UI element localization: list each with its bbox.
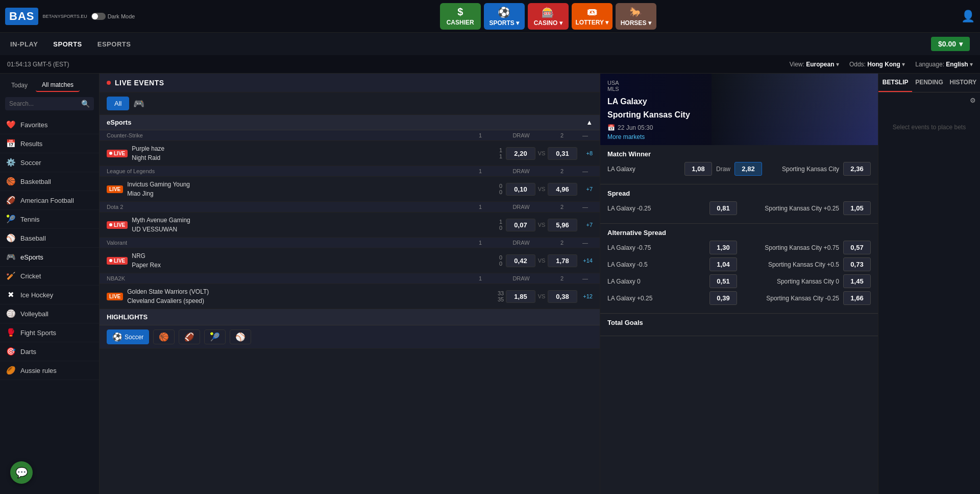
live-circle (109, 152, 112, 155)
spread-odds2[interactable]: 1,05 (843, 201, 871, 215)
sports-button[interactable]: ⚽ SPORTS ▾ (484, 3, 525, 30)
nba2k-collapse[interactable]: — (582, 275, 593, 281)
all-matches-tab[interactable]: All matches (36, 79, 80, 92)
odds-btn-dota1-2[interactable]: 5,96 (548, 219, 577, 231)
sidebar-item-aussie-rules[interactable]: 🏉 Aussie rules (0, 361, 99, 380)
filter-all[interactable]: All (107, 97, 129, 110)
alt1-odds2[interactable]: 0,57 (843, 241, 871, 254)
betslip-panel: BETSLIP PENDING HISTORY ⚙ Select events … (878, 74, 980, 494)
dota2-collapse[interactable]: — (582, 204, 593, 210)
live-circle-val (109, 259, 112, 262)
odds-btn-cs1-2[interactable]: 0,31 (548, 147, 577, 160)
mw-draw-odds[interactable]: 2,82 (734, 162, 762, 176)
alt2-odds2[interactable]: 0,73 (843, 257, 871, 271)
user-icon[interactable]: 👤 (961, 10, 975, 23)
search-input[interactable] (9, 100, 78, 107)
more-cs1[interactable]: +8 (577, 150, 593, 156)
hero-more-markets[interactable]: More markets (607, 133, 645, 140)
hl-tennis-icon: 🎾 (210, 332, 220, 342)
hl-baseball-icon: ⚾ (235, 332, 246, 342)
spread-odds1[interactable]: 0,81 (709, 201, 737, 215)
dark-mode-switch[interactable] (91, 13, 106, 20)
odds-btn-lol1-2[interactable]: 4,96 (548, 183, 577, 196)
odds-btn-val1-1[interactable]: 0,42 (506, 254, 535, 267)
spread-section: Spread LA Galaxy -0.25 0,81 Sporting Kan… (600, 184, 878, 224)
nav-esports[interactable]: ESPORTS (97, 40, 131, 48)
nba2k-header: NBA2K 1 DRAW 2 — (100, 273, 600, 284)
odds-btn-lol1-1[interactable]: 0,10 (506, 183, 535, 196)
odds-btn-nba1-2[interactable]: 0,38 (548, 290, 577, 303)
lottery-button[interactable]: 🎟 LOTTERY ▾ (572, 3, 612, 30)
hl-football-btn[interactable]: 🏈 (179, 330, 200, 344)
more-dota1[interactable]: +7 (577, 222, 593, 228)
chat-button[interactable]: 💬 (10, 461, 33, 484)
sidebar-item-baseball[interactable]: ⚾ Baseball (0, 229, 99, 248)
hl-baseball-btn[interactable]: ⚾ (230, 330, 251, 344)
hl-tennis-btn[interactable]: 🎾 (204, 330, 226, 344)
sports-icon: ⚽ (498, 6, 510, 18)
history-tab[interactable]: HISTORY (946, 74, 980, 92)
cashier-button[interactable]: $ CASHIER (440, 3, 481, 30)
filter-controller-icon[interactable]: 🎮 (133, 98, 144, 109)
esports-collapse-icon[interactable]: ▲ (586, 119, 593, 126)
horses-button[interactable]: 🐎 HORSES ▾ (616, 3, 656, 30)
alt4-odds2[interactable]: 1,66 (843, 291, 871, 305)
more-lol1[interactable]: +7 (577, 186, 593, 192)
hl-soccer-btn[interactable]: ⚽ Soccer (107, 330, 149, 344)
pending-tab[interactable]: PENDING (912, 74, 946, 92)
alt3-odds2[interactable]: 1,45 (843, 274, 871, 288)
mw-odds2[interactable]: 2,36 (843, 162, 871, 176)
alt3-odds1[interactable]: 0,51 (709, 274, 737, 288)
top-nav: BAS BETANYSPORTS.EU Dark Mode $ CASHIER … (0, 0, 980, 33)
sidebar-item-volleyball[interactable]: 🏐 Volleyball (0, 304, 99, 323)
filter-tabs: All 🎮 (100, 92, 600, 115)
dark-mode-toggle[interactable]: Dark Mode (91, 13, 135, 20)
more-val1[interactable]: +14 (577, 257, 593, 264)
balance-button[interactable]: $0.00 ▾ (931, 37, 970, 51)
nav-inplay[interactable]: IN-PLAY (10, 40, 38, 48)
mw-odds1[interactable]: 1,08 (684, 162, 712, 176)
alt4-odds1[interactable]: 0,39 (709, 291, 737, 305)
more-nba1[interactable]: +12 (577, 293, 593, 299)
betslip-tab[interactable]: BETSLIP (878, 74, 912, 92)
sidebar-item-soccer[interactable]: ⚙️ Soccer (0, 153, 99, 172)
today-tab[interactable]: Today (5, 79, 34, 92)
odds-btn-dota1-1[interactable]: 0,07 (506, 219, 535, 231)
casino-button[interactable]: 🎰 CASINO ▾ (528, 3, 569, 30)
cricket-label: Cricket (20, 272, 41, 280)
casino-icon: 🎰 (542, 6, 554, 18)
sidebar-item-american-football[interactable]: 🏈 American Football (0, 191, 99, 210)
live-badge-cs1: LIVE (107, 150, 128, 157)
lol-collapse[interactable]: — (582, 168, 593, 174)
hl-soccer-icon: ⚽ (112, 332, 122, 342)
live-events-header: LIVE EVENTS (100, 74, 600, 92)
lottery-icon: 🎟 (587, 6, 597, 18)
alt-spread-row4: LA Galaxy +0.25 0,39 Sporting Kansas Cit… (607, 291, 871, 305)
darts-icon: 🎯 (6, 347, 15, 356)
nav-sports[interactable]: SPORTS (53, 40, 82, 48)
cs-collapse[interactable]: — (582, 132, 593, 138)
sidebar-item-fight-sports[interactable]: 🥊 Fight Sports (0, 323, 99, 342)
logo-box[interactable]: BAS (5, 8, 38, 25)
hl-basketball-btn[interactable]: 🏀 (153, 330, 175, 344)
odds-btn-nba1-1[interactable]: 1,85 (506, 290, 535, 303)
sidebar-item-esports[interactable]: 🎮 eSports (0, 248, 99, 267)
settings-icon[interactable]: ⚙ (970, 97, 976, 104)
sidebar-item-cricket[interactable]: 🏏 Cricket (0, 267, 99, 286)
sidebar-item-darts[interactable]: 🎯 Darts (0, 342, 99, 361)
dota2-draw: DRAW (501, 204, 542, 210)
search-icon: 🔍 (81, 100, 90, 108)
valorant-collapse[interactable]: — (582, 240, 593, 246)
sidebar-item-basketball[interactable]: 🏀 Basketball (0, 172, 99, 191)
sidebar-item-ice-hockey[interactable]: ✖ Ice Hockey (0, 286, 99, 304)
odds-btn-val1-2[interactable]: 1,78 (548, 254, 577, 267)
alt1-odds1[interactable]: 1,30 (709, 241, 737, 254)
alt-spread-row2: LA Galaxy -0.5 1,04 Sporting Kansas City… (607, 257, 871, 271)
odds-btn-cs1-1[interactable]: 2,20 (506, 147, 535, 160)
sidebar-item-tennis[interactable]: 🎾 Tennis (0, 210, 99, 229)
sidebar-item-results[interactable]: 📅 Results (0, 134, 99, 153)
sidebar-item-favorites[interactable]: ❤️ Favorites (0, 115, 99, 134)
match-row-dota1: LIVE Myth Avenue GamingUD VESSUWAN 10 0,… (100, 213, 600, 238)
lol-draw: DRAW (501, 168, 542, 174)
alt2-odds1[interactable]: 1,04 (709, 257, 737, 271)
